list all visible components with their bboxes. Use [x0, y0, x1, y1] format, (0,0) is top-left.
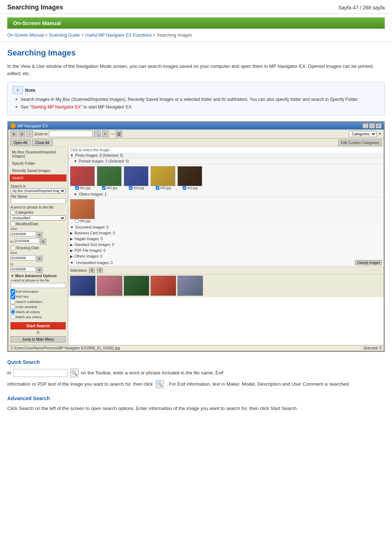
sim-thumb-003[interactable] [177, 166, 202, 186]
breadcrumb-link-2[interactable]: Scanning Guide [49, 33, 79, 38]
sim-thumb-005[interactable] [151, 166, 175, 186]
banner-label: On-Screen Manual [13, 20, 61, 26]
sim-others-main-section[interactable]: ▶ Others Images: 0 [68, 254, 384, 259]
sim-pdf-section[interactable]: ▶ PDF File Images: 0 [68, 248, 384, 254]
sim-to-date-spin-1[interactable]: ⊞ [40, 239, 46, 245]
sim-bottom-bar: Selections ⊞ ☰ [68, 266, 384, 274]
sim-minimize-btn[interactable]: _ [363, 123, 368, 128]
sim-shooting-check[interactable] [11, 246, 15, 250]
sim-sidebar: My Box (Scanned/Imported Images) Specify… [8, 147, 68, 345]
sim-check-001[interactable] [75, 186, 79, 190]
sim-slider-label: ── [110, 132, 115, 136]
sim-pdf-check[interactable] [11, 294, 15, 299]
sim-grid-view-btn[interactable]: ⊞ [89, 268, 95, 273]
sim-check-005[interactable] [156, 186, 159, 190]
sim-filename-input[interactable] [11, 198, 66, 204]
sim-photo-section[interactable]: ▼ Photo Images: 6 (Selected: 5) [68, 153, 384, 159]
sim-sidebar-search[interactable]: Search [10, 175, 66, 181]
sim-close-btn[interactable]: ✕ [376, 123, 381, 128]
sim-case-row: Case sensitive [11, 304, 66, 309]
sim-hagaki-label: Hagaki Images: 0 [74, 237, 103, 241]
sim-from-date-spin-1[interactable]: ⊞ [37, 232, 42, 238]
quick-search-input[interactable] [13, 369, 68, 377]
sim-thumb-002[interactable] [97, 166, 122, 186]
sim-portrait-section[interactable]: ▼ Portrait Images: 5 (Selected: 5) [68, 159, 384, 164]
sim-strip-thumb-4[interactable] [151, 276, 176, 296]
sim-exif-check[interactable] [11, 289, 15, 294]
sim-refresh-icon[interactable]: ↻ [102, 131, 109, 137]
sim-titlebar-text: MP Navigator EX [17, 124, 48, 128]
breadcrumb-current: Searching Images [157, 33, 192, 38]
sim-unclassified-section[interactable]: ▼ Unclassified Images: 0 Classify Images [68, 259, 384, 266]
sim-sidebar-specify[interactable]: Specify Folder [10, 160, 66, 167]
sim-hagaki-section[interactable]: ▶ Hagaki Images: 0 [68, 236, 384, 242]
sim-categories-row: Categories [11, 210, 66, 215]
quick-search-section: Quick Search In 🔍 on the Toolbar, enter … [7, 359, 385, 388]
sim-search-icon[interactable]: 🔍 [94, 131, 101, 137]
breadcrumb: On-Screen Manual > Scanning Guide > Usef… [0, 31, 392, 42]
sim-strip-thumb-3[interactable] [124, 276, 149, 296]
breadcrumb-link-1[interactable]: On-Screen Manual [7, 33, 44, 38]
sim-categories-val-select[interactable]: Unclassified [11, 216, 66, 221]
sim-bizcard-section[interactable]: ▶ Business Card Images: 0 [68, 230, 384, 236]
sim-grid-icon[interactable]: ⊟ [19, 131, 25, 137]
sim-case-check[interactable] [11, 304, 15, 309]
note-header: ≡ Note [13, 86, 379, 94]
sim-to-date-spin-2[interactable]: ⊞ [37, 267, 42, 273]
sim-to-date-input-1[interactable] [14, 238, 40, 243]
list-item: 002.jpg [97, 166, 122, 190]
sim-sidebar-mybox[interactable]: My Box (Scanned/Imported Images) [10, 149, 66, 160]
sim-from-date-spin-2[interactable]: ⊞ [37, 256, 42, 262]
sim-sort-icon[interactable]: ↕ [26, 131, 33, 137]
sim-thumb-001[interactable] [70, 166, 95, 186]
sim-close-all-btn[interactable]: Close All [32, 140, 53, 146]
sim-categories-select[interactable]: Categories [349, 131, 377, 137]
sim-subfolders-check[interactable] [11, 299, 15, 304]
sim-check-003[interactable] [183, 186, 186, 190]
sim-shooting-row: Shooting Date [11, 246, 66, 250]
sim-jump-btn[interactable]: Jump to Main Menu [11, 336, 66, 342]
sim-modified-check[interactable] [11, 222, 15, 226]
sim-sidebar-recent[interactable]: Recently Saved Images [10, 167, 66, 174]
sim-strip-thumb-2[interactable] [97, 276, 122, 296]
sim-zoom-label: Zoom in [34, 132, 48, 136]
sim-list-view-btn[interactable]: ☰ [97, 268, 103, 273]
sim-check-006[interactable] [75, 219, 79, 223]
sim-strip-thumb-5[interactable] [177, 276, 203, 296]
sim-maximize-btn[interactable]: □ [369, 123, 375, 128]
sim-open-all-btn[interactable]: Open All [10, 140, 30, 146]
sim-search-box[interactable] [49, 131, 93, 137]
sim-search-in-select[interactable]: My Box (Scanned/Imported Images) [11, 188, 66, 193]
sim-word2-input[interactable] [11, 283, 66, 288]
note-link[interactable]: "Starting MP Navigator EX" [30, 104, 82, 110]
sim-strip-thumb-1[interactable] [70, 276, 95, 296]
sim-check-004[interactable] [129, 186, 132, 190]
sim-check-002[interactable] [102, 186, 106, 190]
screenshot-container: MP Navigator EX _ □ ✕ ⊞ ⊟ ↕ Zoom in 🔍 ↻ … [7, 121, 385, 352]
sim-exif-row: Exif information [11, 289, 66, 294]
sim-app-icon [11, 123, 16, 128]
sim-thumb-006[interactable] [70, 199, 95, 219]
sim-view-icon[interactable]: ⊞ [11, 131, 17, 137]
sim-others-sub-section[interactable]: ▼ Others Images: 1 [68, 192, 384, 197]
sim-thumb-004[interactable] [124, 166, 148, 186]
sim-categories-check[interactable] [11, 210, 15, 215]
note-label: Note [25, 87, 36, 93]
sim-from-date-input-1[interactable] [11, 231, 36, 237]
sim-img-icon[interactable]: 🖼 [116, 131, 122, 137]
sim-status-path: C:\Users\UserName\Pictures\MP Navigator … [11, 346, 120, 350]
sim-titlebar-left: MP Navigator EX [11, 123, 48, 128]
sim-start-search-btn[interactable]: Start Search [11, 322, 66, 329]
sim-from-date-input-2[interactable] [11, 255, 36, 260]
sim-edit-categories-btn[interactable]: Edit Custom Categories [338, 140, 382, 146]
list-item: 001.jpg [70, 166, 95, 190]
sim-standard-section[interactable]: ▶ Standard Size Images: 0 [68, 242, 384, 248]
sim-to-date-input-2[interactable] [11, 267, 36, 272]
sim-classify-btn[interactable]: Classify Images [355, 260, 382, 265]
breadcrumb-link-3[interactable]: Useful MP Navigator EX Functions [85, 33, 152, 38]
sim-document-section[interactable]: ▼ Document Images: 0 [68, 225, 384, 230]
inline-search-icon: 🔍 [156, 380, 164, 388]
sim-from-date-2: ⊞ [11, 255, 66, 262]
sim-match-all-radio[interactable] [11, 309, 15, 314]
sim-match-any-radio[interactable] [11, 315, 15, 319]
